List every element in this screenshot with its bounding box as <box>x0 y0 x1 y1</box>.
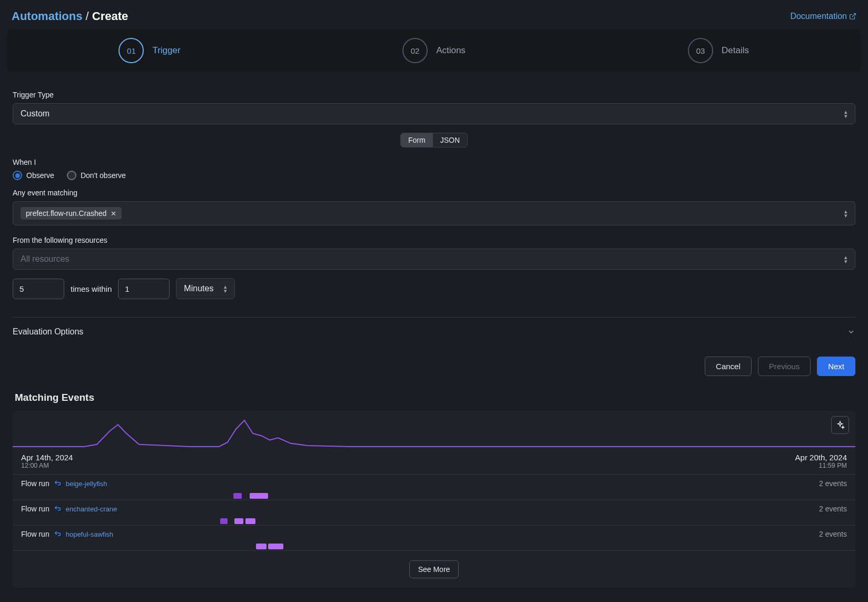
trigger-type-label: Trigger Type <box>13 91 855 99</box>
end-date-col: Apr 20th, 2024 11:59 PM <box>795 453 847 469</box>
event-track <box>13 492 855 499</box>
event-block[interactable] <box>245 518 255 524</box>
chevron-down-icon <box>847 328 855 336</box>
select-chevrons-icon: ▴▾ <box>844 255 847 263</box>
trigger-type-value: Custom <box>21 109 50 119</box>
step-label: Details <box>722 45 749 56</box>
event-block[interactable] <box>220 518 228 524</box>
wizard-steps: 01 Trigger 02 Actions 03 Details <box>7 29 861 72</box>
select-chevrons-icon: ▴▾ <box>844 110 847 118</box>
documentation-label: Documentation <box>790 12 847 21</box>
observe-radio-group: Observe Don't observe <box>13 171 855 180</box>
start-time: 12:00 AM <box>21 462 73 469</box>
dont-observe-label: Don't observe <box>81 171 126 180</box>
form-json-toggle: Form JSON <box>400 133 468 147</box>
evaluation-options-label: Evaluation Options <box>13 327 83 337</box>
event-block[interactable] <box>234 518 244 524</box>
event-track <box>13 543 855 549</box>
trigger-form: Trigger Type Custom ▴▾ Form JSON When I … <box>5 72 863 593</box>
event-row: Flow runenchanted-crane2 events <box>13 500 855 525</box>
step-trigger[interactable]: 01 Trigger <box>7 38 292 63</box>
step-label: Trigger <box>152 45 180 56</box>
threshold-row: times within Minutes ▴▾ <box>13 278 855 299</box>
step-number: 01 <box>119 38 144 63</box>
within-input[interactable] <box>118 279 170 299</box>
trigger-type-select[interactable]: Custom ▴▾ <box>13 103 855 124</box>
radio-unchecked-icon <box>67 171 76 180</box>
see-more-button[interactable]: See More <box>409 560 459 578</box>
step-number: 02 <box>402 38 428 63</box>
documentation-link[interactable]: Documentation <box>790 12 856 21</box>
step-actions[interactable]: 02 Actions <box>292 38 576 63</box>
end-date: Apr 20th, 2024 <box>795 453 847 462</box>
resources-select[interactable]: All resources ▴▾ <box>13 249 855 270</box>
step-details[interactable]: 03 Details <box>576 38 861 63</box>
event-count: 2 events <box>819 530 847 538</box>
event-matching-select[interactable]: prefect.flow-run.Crashed ✕ ▴▾ <box>13 201 855 225</box>
page-header: Automations / Create Documentation <box>5 5 863 29</box>
select-chevrons-icon: ▴▾ <box>224 284 227 293</box>
matching-events-title: Matching Events <box>15 392 855 403</box>
observe-option[interactable]: Observe <box>13 171 54 180</box>
step-label: Actions <box>436 45 466 56</box>
event-kind: Flow run <box>21 530 50 538</box>
unit-value: Minutes <box>184 284 213 293</box>
end-time: 11:59 PM <box>795 462 847 469</box>
chip-remove-icon[interactable]: ✕ <box>111 210 116 218</box>
toggle-form[interactable]: Form <box>401 133 433 147</box>
toggle-json[interactable]: JSON <box>433 133 467 147</box>
breadcrumb-sep: / <box>86 9 89 23</box>
start-date: Apr 14th, 2024 <box>21 453 73 462</box>
breadcrumb-parent[interactable]: Automations <box>12 9 82 23</box>
event-row: Flow runhopeful-sawfish2 events <box>13 525 855 550</box>
event-track <box>13 518 855 524</box>
wizard-buttons: Cancel Previous Next <box>13 357 855 376</box>
event-sparkline <box>13 418 855 448</box>
event-block[interactable] <box>250 493 268 499</box>
radio-checked-icon <box>13 171 22 180</box>
event-block[interactable] <box>233 493 242 499</box>
see-more-row: See More <box>13 550 855 578</box>
event-chip-label: prefect.flow-run.Crashed <box>26 209 106 218</box>
timeline-dates: Apr 14th, 2024 12:00 AM Apr 20th, 2024 1… <box>13 451 855 475</box>
next-button[interactable]: Next <box>817 357 855 376</box>
event-block[interactable] <box>256 544 266 549</box>
step-number: 03 <box>688 38 713 63</box>
resources-placeholder: All resources <box>21 254 69 264</box>
svg-line-0 <box>852 14 855 17</box>
event-count: 2 events <box>819 479 847 488</box>
event-kind: Flow run <box>21 505 50 513</box>
matching-events-panel: Apr 14th, 2024 12:00 AM Apr 20th, 2024 1… <box>13 411 855 588</box>
event-block[interactable] <box>268 544 283 549</box>
times-input[interactable] <box>13 279 64 299</box>
flow-run-link[interactable]: beige-jellyfish <box>66 480 107 488</box>
observe-label: Observe <box>26 171 54 180</box>
flow-run-icon <box>54 505 62 513</box>
any-event-label: Any event matching <box>13 189 855 197</box>
breadcrumb-current: Create <box>92 9 128 23</box>
external-link-icon <box>849 13 856 20</box>
event-row: Flow runbeige-jellyfish2 events <box>13 475 855 500</box>
dont-observe-option[interactable]: Don't observe <box>67 171 126 180</box>
sparkline-svg <box>13 418 855 448</box>
flow-run-icon <box>54 480 62 488</box>
event-count: 2 events <box>819 505 847 513</box>
resources-label: From the following resources <box>13 236 855 244</box>
event-chip: prefect.flow-run.Crashed ✕ <box>21 207 122 220</box>
times-within-label: times within <box>71 284 112 293</box>
event-kind: Flow run <box>21 479 50 488</box>
select-chevrons-icon: ▴▾ <box>844 209 847 218</box>
when-label: When I <box>13 158 855 166</box>
cancel-button[interactable]: Cancel <box>705 357 752 376</box>
breadcrumb: Automations / Create <box>12 9 128 23</box>
unit-select[interactable]: Minutes ▴▾ <box>176 278 235 299</box>
previous-button[interactable]: Previous <box>758 357 811 376</box>
flow-run-icon <box>54 530 62 538</box>
flow-run-link[interactable]: enchanted-crane <box>66 505 117 513</box>
evaluation-options-toggle[interactable]: Evaluation Options <box>13 318 855 346</box>
start-date-col: Apr 14th, 2024 12:00 AM <box>21 453 73 469</box>
flow-run-link[interactable]: hopeful-sawfish <box>66 530 113 538</box>
